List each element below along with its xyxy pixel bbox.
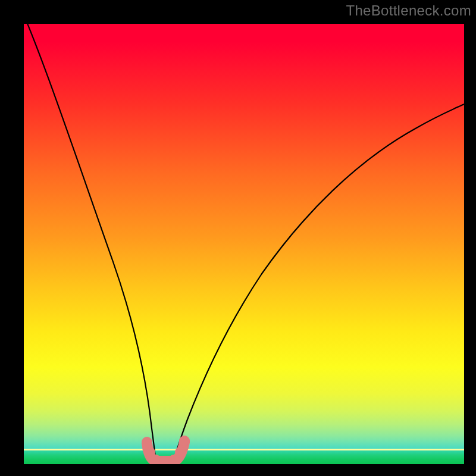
curve-right-branch bbox=[174, 104, 464, 461]
chart-plot-area bbox=[24, 24, 464, 464]
chart-svg bbox=[24, 24, 464, 464]
svg-point-5 bbox=[175, 447, 186, 458]
svg-point-0 bbox=[142, 437, 152, 447]
attribution-text: TheBottleneck.com bbox=[346, 2, 471, 19]
svg-point-6 bbox=[179, 436, 190, 446]
curve-left-branch bbox=[24, 24, 156, 461]
